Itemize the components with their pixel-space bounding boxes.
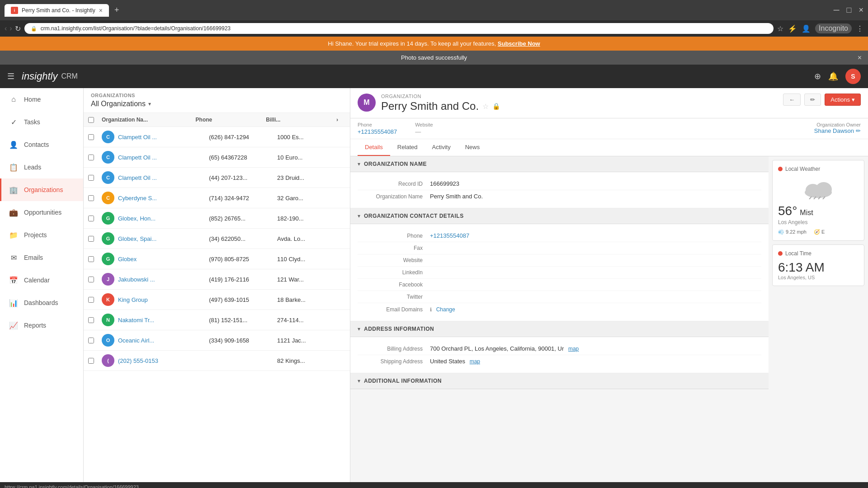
edit-button[interactable]: ✏ [804,94,821,106]
sidebar-leads-label: Leads [24,164,41,171]
row-checkbox[interactable] [88,277,94,282]
sidebar-item-calendar[interactable]: 📅 Calendar [0,269,83,291]
owner-name[interactable]: Shane Dawson [814,127,854,134]
sidebar-item-leads[interactable]: 📋 Leads [0,156,83,178]
subscribe-link[interactable]: Subscribe Now [498,40,540,47]
row-checkbox[interactable] [88,236,94,242]
back-nav-button[interactable]: ← [783,94,801,106]
row-checkbox[interactable] [88,175,94,181]
row-checkbox-wrapper [88,216,102,221]
select-all-checkbox[interactable] [88,117,94,123]
sidebar-item-projects[interactable]: 📁 Projects [0,224,83,246]
favorite-star-icon[interactable]: ☆ [482,102,489,111]
add-icon[interactable]: ⊕ [814,71,821,81]
contact-details-section: ▾ ORGANIZATION CONTACT DETAILS Phone +12… [350,208,769,321]
sidebar-item-dashboards[interactable]: 📊 Dashboards [0,291,83,314]
home-icon: ⌂ [9,94,19,104]
refresh-button[interactable]: ↻ [15,24,21,33]
phone-field-value[interactable]: +12135554087 [430,232,761,239]
sidebar-item-reports[interactable]: 📈 Reports [0,314,83,337]
row-checkbox[interactable] [88,256,94,262]
org-name-link[interactable]: Clampett Oil ... [118,134,157,141]
org-name-link[interactable]: Cyberdyne S... [118,195,157,202]
email-domains-field-value: ℹ Change [430,306,761,313]
sidebar-item-contacts[interactable]: 👤 Contacts [0,133,83,156]
shipping-address-map-link[interactable]: map [470,358,480,365]
billing-address-row: Billing Address 700 Orchard PL, Los Ange… [358,343,761,355]
additional-section-header[interactable]: ▾ ADDITIONAL INFORMATION [350,373,769,389]
minimize-button[interactable]: ─ [834,5,840,15]
website-meta-label: Website [415,122,433,127]
user-avatar[interactable]: S [845,69,861,84]
owner-edit-icon[interactable]: ✏ [856,127,861,134]
sidebar-item-organizations[interactable]: 🏢 Organizations [0,178,83,201]
sidebar-item-emails[interactable]: ✉ Emails [0,246,83,269]
forward-button[interactable]: › [9,24,12,33]
maximize-button[interactable]: □ [847,5,852,15]
sidebar-opportunities-label: Opportunities [24,209,61,216]
org-name-link[interactable]: Globex [118,256,137,263]
row-checkbox[interactable] [88,216,94,221]
row-checkbox[interactable] [88,195,94,201]
row-checkbox-wrapper [88,338,102,343]
org-filter-dropdown[interactable]: All Organizations ▾ [91,100,151,108]
org-name-link[interactable]: Clampett Oil ... [118,154,157,161]
website-meta-value: — [415,128,433,135]
menu-dots-icon[interactable]: ⋮ [856,24,863,33]
new-tab-button[interactable]: + [114,5,119,15]
org-name-link[interactable]: Globex, Hon... [118,215,156,222]
row-checkbox[interactable] [88,297,94,303]
row-checkbox[interactable] [88,155,94,160]
sidebar-item-opportunities[interactable]: 💼 Opportunities [0,201,83,224]
table-row: C Clampett Oil ... (65) 64367228 10 Euro… [84,147,350,168]
contact-collapse-icon: ▾ [358,213,360,219]
email-domains-field-label: Email Domains [358,306,430,313]
row-checkbox[interactable] [88,338,94,343]
col-expand-icon[interactable]: › [336,117,345,123]
org-name-link[interactable]: Jakubowski ... [118,276,155,283]
tab-details[interactable]: Details [358,139,390,156]
actions-label: Actions [830,96,850,103]
detail-tabs: Details Related Activity News [350,139,868,156]
contact-section-header[interactable]: ▾ ORGANIZATION CONTACT DETAILS [350,208,769,224]
org-row-avatar: N [102,314,114,326]
row-checkbox[interactable] [88,134,94,140]
toast-close-button[interactable]: × [858,54,862,62]
tab-related[interactable]: Related [390,139,425,156]
org-dropdown-row: All Organizations ▾ [91,100,343,108]
org-name-link[interactable]: Globex, Spai... [118,235,156,242]
profile-icon[interactable]: 👤 [802,24,811,33]
org-name-link[interactable]: Clampett Oil ... [118,174,157,181]
back-button[interactable]: ‹ [5,24,7,33]
active-tab[interactable]: i Perry Smith and Co. - Insightly × [5,4,109,17]
row-checkbox[interactable] [88,358,94,364]
org-name-link[interactable]: King Group [118,296,148,303]
org-row-avatar: G [102,232,114,245]
sidebar-item-home[interactable]: ⌂ Home [0,88,83,111]
actions-button[interactable]: Actions ▾ [825,94,861,106]
change-email-domains-link[interactable]: Change [436,306,455,313]
org-name-section-header[interactable]: ▾ ORGANIZATION NAME [350,156,769,172]
org-name-text: Perry Smith and Co. [381,100,479,113]
org-row-name-cell: Clampett Oil ... [118,154,209,161]
row-checkbox[interactable] [88,317,94,323]
billing-address-map-link[interactable]: map [568,346,579,352]
org-name-link[interactable]: Nakatomi Tr... [118,317,154,324]
notifications-icon[interactable]: 🔔 [828,71,838,81]
tab-news[interactable]: News [458,139,487,156]
tab-close-button[interactable]: × [99,7,103,14]
org-name-link[interactable]: (202) 555-0153 [118,357,158,364]
address-section-header[interactable]: ▾ ADDRESS INFORMATION [350,321,769,337]
bookmark-icon[interactable]: ☆ [777,24,783,33]
sidebar-item-tasks[interactable]: ✓ Tasks [0,111,83,133]
org-name-link[interactable]: Oceanic Airl... [118,337,154,344]
hamburger-menu-button[interactable]: ☰ [7,71,14,81]
tab-activity[interactable]: Activity [425,139,458,156]
phone-meta-value[interactable]: +12135554087 [358,128,397,135]
address-bar[interactable]: 🔒 crm.na1.insightly.com/list/Organisatio… [24,23,774,34]
contact-section-title: ORGANIZATION CONTACT DETAILS [364,213,464,219]
org-row-avatar: J [102,273,114,286]
org-row-billing-cell: 1000 Es... [277,134,345,141]
extensions-icon[interactable]: ⚡ [788,24,797,33]
close-button[interactable]: × [859,5,863,15]
